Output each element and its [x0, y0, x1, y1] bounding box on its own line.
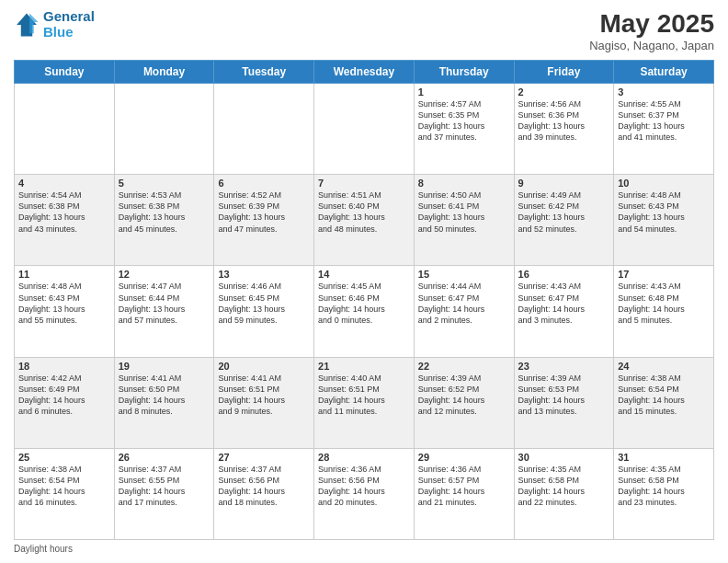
day-info: Sunrise: 4:55 AMSunset: 6:37 PMDaylight:… — [618, 98, 710, 144]
day-info: Sunrise: 4:52 AMSunset: 6:39 PMDaylight:… — [218, 190, 310, 235]
calendar-cell — [114, 84, 214, 175]
calendar-cell: 13Sunrise: 4:46 AMSunset: 6:45 PMDayligh… — [214, 266, 314, 357]
location-subtitle: Nagiso, Nagano, Japan — [589, 39, 714, 52]
day-info: Sunrise: 4:42 AMSunset: 6:49 PMDaylight:… — [18, 373, 110, 418]
calendar-day-header: Monday — [114, 61, 214, 84]
day-number: 17 — [618, 269, 710, 280]
day-info: Sunrise: 4:48 AMSunset: 6:43 PMDaylight:… — [18, 281, 110, 326]
day-number: 27 — [218, 452, 310, 463]
calendar-cell: 3Sunrise: 4:55 AMSunset: 6:37 PMDaylight… — [614, 84, 714, 175]
month-title: May 2025 — [589, 9, 714, 39]
day-info: Sunrise: 4:44 AMSunset: 6:47 PMDaylight:… — [418, 281, 510, 326]
calendar-cell: 6Sunrise: 4:52 AMSunset: 6:39 PMDaylight… — [214, 175, 314, 266]
day-info: Sunrise: 4:53 AMSunset: 6:38 PMDaylight:… — [119, 190, 210, 235]
calendar-cell: 22Sunrise: 4:39 AMSunset: 6:52 PMDayligh… — [414, 357, 514, 448]
calendar-cell: 20Sunrise: 4:41 AMSunset: 6:51 PMDayligh… — [214, 357, 314, 448]
day-number: 5 — [119, 178, 210, 189]
day-info: Sunrise: 4:39 AMSunset: 6:52 PMDaylight:… — [418, 373, 510, 418]
calendar-cell: 27Sunrise: 4:37 AMSunset: 6:56 PMDayligh… — [214, 448, 314, 539]
day-info: Sunrise: 4:51 AMSunset: 6:40 PMDaylight:… — [318, 190, 410, 235]
day-number: 26 — [119, 452, 210, 463]
calendar-cell: 5Sunrise: 4:53 AMSunset: 6:38 PMDaylight… — [114, 175, 214, 266]
day-number: 1 — [418, 86, 510, 98]
day-info: Sunrise: 4:46 AMSunset: 6:45 PMDaylight:… — [218, 281, 310, 326]
calendar-cell: 14Sunrise: 4:45 AMSunset: 6:46 PMDayligh… — [314, 266, 415, 357]
calendar-cell — [15, 84, 115, 175]
day-number: 30 — [518, 452, 610, 463]
calendar-cell: 18Sunrise: 4:42 AMSunset: 6:49 PMDayligh… — [15, 357, 115, 448]
calendar-cell: 31Sunrise: 4:35 AMSunset: 6:58 PMDayligh… — [614, 448, 714, 539]
logo-text: General Blue — [43, 9, 95, 40]
day-number: 13 — [218, 269, 310, 280]
logo: General Blue — [14, 9, 95, 40]
day-info: Sunrise: 4:35 AMSunset: 6:58 PMDaylight:… — [618, 464, 710, 509]
calendar-cell: 25Sunrise: 4:38 AMSunset: 6:54 PMDayligh… — [15, 448, 115, 539]
day-info: Sunrise: 4:38 AMSunset: 6:54 PMDaylight:… — [18, 464, 110, 509]
calendar-day-header: Sunday — [15, 61, 115, 84]
day-info: Sunrise: 4:48 AMSunset: 6:43 PMDaylight:… — [618, 190, 710, 235]
day-info: Sunrise: 4:35 AMSunset: 6:58 PMDaylight:… — [518, 464, 610, 509]
calendar-cell: 11Sunrise: 4:48 AMSunset: 6:43 PMDayligh… — [15, 266, 115, 357]
day-info: Sunrise: 4:47 AMSunset: 6:44 PMDaylight:… — [119, 281, 210, 326]
calendar-cell: 7Sunrise: 4:51 AMSunset: 6:40 PMDaylight… — [314, 175, 415, 266]
day-info: Sunrise: 4:40 AMSunset: 6:51 PMDaylight:… — [318, 373, 410, 418]
day-info: Sunrise: 4:37 AMSunset: 6:55 PMDaylight:… — [119, 464, 210, 509]
calendar-cell: 30Sunrise: 4:35 AMSunset: 6:58 PMDayligh… — [514, 448, 614, 539]
calendar-cell: 12Sunrise: 4:47 AMSunset: 6:44 PMDayligh… — [114, 266, 214, 357]
day-number: 4 — [18, 178, 110, 189]
day-number: 21 — [318, 361, 410, 372]
day-number: 15 — [418, 269, 510, 280]
calendar-cell: 16Sunrise: 4:43 AMSunset: 6:47 PMDayligh… — [514, 266, 614, 357]
calendar-cell: 9Sunrise: 4:49 AMSunset: 6:42 PMDaylight… — [514, 175, 614, 266]
day-number: 8 — [418, 178, 510, 189]
day-info: Sunrise: 4:54 AMSunset: 6:38 PMDaylight:… — [18, 190, 110, 235]
calendar-cell: 26Sunrise: 4:37 AMSunset: 6:55 PMDayligh… — [114, 448, 214, 539]
day-info: Sunrise: 4:41 AMSunset: 6:50 PMDaylight:… — [119, 373, 210, 418]
calendar-cell: 1Sunrise: 4:57 AMSunset: 6:35 PMDaylight… — [414, 84, 514, 175]
calendar-cell: 29Sunrise: 4:36 AMSunset: 6:57 PMDayligh… — [414, 448, 514, 539]
day-number: 22 — [418, 361, 510, 372]
day-info: Sunrise: 4:57 AMSunset: 6:35 PMDaylight:… — [418, 98, 510, 144]
day-number: 18 — [18, 361, 110, 372]
page-container: General Blue May 2025 Nagiso, Nagano, Ja… — [0, 0, 728, 563]
footer-note: Daylight hours — [14, 544, 714, 554]
day-number: 28 — [318, 452, 410, 463]
day-number: 19 — [119, 361, 210, 372]
day-number: 24 — [618, 361, 710, 372]
daylight-hours-label: Daylight hours — [14, 544, 73, 554]
title-block: May 2025 Nagiso, Nagano, Japan — [589, 9, 714, 52]
calendar-cell — [214, 84, 314, 175]
calendar-cell — [314, 84, 415, 175]
calendar-cell: 10Sunrise: 4:48 AMSunset: 6:43 PMDayligh… — [614, 175, 714, 266]
day-number: 11 — [18, 269, 110, 280]
day-info: Sunrise: 4:41 AMSunset: 6:51 PMDaylight:… — [218, 373, 310, 418]
day-info: Sunrise: 4:50 AMSunset: 6:41 PMDaylight:… — [418, 190, 510, 235]
day-number: 16 — [518, 269, 610, 280]
calendar-week-row: 18Sunrise: 4:42 AMSunset: 6:49 PMDayligh… — [15, 357, 714, 448]
calendar-day-header: Saturday — [614, 61, 714, 84]
day-number: 25 — [18, 452, 110, 463]
calendar-cell: 15Sunrise: 4:44 AMSunset: 6:47 PMDayligh… — [414, 266, 514, 357]
day-info: Sunrise: 4:37 AMSunset: 6:56 PMDaylight:… — [218, 464, 310, 509]
day-number: 10 — [618, 178, 710, 189]
day-info: Sunrise: 4:36 AMSunset: 6:57 PMDaylight:… — [418, 464, 510, 509]
day-info: Sunrise: 4:43 AMSunset: 6:47 PMDaylight:… — [518, 281, 610, 326]
calendar-week-row: 11Sunrise: 4:48 AMSunset: 6:43 PMDayligh… — [15, 266, 714, 357]
calendar-week-row: 1Sunrise: 4:57 AMSunset: 6:35 PMDaylight… — [15, 84, 714, 175]
calendar-week-row: 4Sunrise: 4:54 AMSunset: 6:38 PMDaylight… — [15, 175, 714, 266]
calendar-day-header: Friday — [514, 61, 614, 84]
day-number: 3 — [618, 86, 710, 98]
day-info: Sunrise: 4:38 AMSunset: 6:54 PMDaylight:… — [618, 373, 710, 418]
calendar-day-header: Thursday — [414, 61, 514, 84]
day-number: 2 — [518, 86, 610, 98]
calendar-cell: 17Sunrise: 4:43 AMSunset: 6:48 PMDayligh… — [614, 266, 714, 357]
day-info: Sunrise: 4:49 AMSunset: 6:42 PMDaylight:… — [518, 190, 610, 235]
day-info: Sunrise: 4:56 AMSunset: 6:36 PMDaylight:… — [518, 98, 610, 144]
calendar-cell: 24Sunrise: 4:38 AMSunset: 6:54 PMDayligh… — [614, 357, 714, 448]
day-number: 29 — [418, 452, 510, 463]
day-info: Sunrise: 4:43 AMSunset: 6:48 PMDaylight:… — [618, 281, 710, 326]
day-number: 20 — [218, 361, 310, 372]
calendar-header-row: SundayMondayTuesdayWednesdayThursdayFrid… — [15, 61, 714, 84]
day-number: 6 — [218, 178, 310, 189]
day-info: Sunrise: 4:45 AMSunset: 6:46 PMDaylight:… — [318, 281, 410, 326]
